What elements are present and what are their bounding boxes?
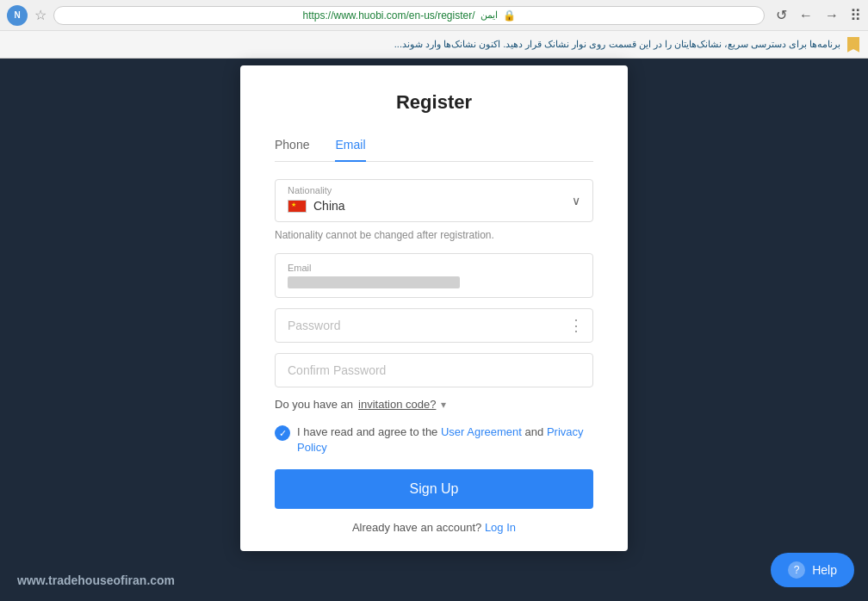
tab-bar: Phone Email (275, 131, 593, 162)
back-button[interactable]: ← (795, 5, 817, 25)
confirm-password-field[interactable] (275, 353, 593, 387)
nationality-dropdown[interactable]: Nationality China ∨ (275, 179, 593, 222)
star-icon[interactable]: ☆ (34, 7, 46, 23)
already-account-text: Already have an account? (352, 521, 481, 534)
password-input[interactable] (288, 319, 580, 332)
url-bar[interactable]: https://www.huobi.com/en-us/register/ ای… (53, 6, 765, 25)
email-label: Email (288, 263, 580, 273)
email-filled-indicator (288, 276, 460, 288)
login-link[interactable]: Log In (485, 521, 516, 534)
help-label: Help (812, 563, 837, 577)
nationality-label: Nationality (288, 185, 332, 195)
help-icon: ? (788, 561, 805, 579)
nationality-value: China (288, 199, 345, 213)
agreement-text-before: I have read and agree to the (297, 425, 437, 438)
url-text: https://www.huobi.com/en-us/register/ (302, 9, 474, 22)
nationality-text: China (313, 199, 345, 213)
china-flag-icon (288, 200, 307, 213)
tab-email[interactable]: Email (335, 131, 365, 162)
help-button[interactable]: ? Help (771, 553, 854, 587)
invitation-chevron-icon: ▾ (441, 399, 446, 411)
email-field[interactable]: Email (275, 253, 593, 298)
register-card: Register Phone Email Nationality China ∨… (240, 65, 628, 551)
page-title: Register (275, 91, 593, 114)
apps-icon[interactable]: ⠿ (850, 6, 861, 25)
password-menu-icon[interactable]: ⋮ (568, 316, 584, 335)
invitation-link[interactable]: invitation code? (358, 398, 436, 411)
invitation-text: Do you have an (275, 398, 353, 411)
website-footer: www.tradehouseofiran.com (17, 573, 175, 587)
secure-label: ایمن (480, 9, 498, 21)
confirm-password-input[interactable] (288, 363, 580, 377)
nationality-note: Nationality cannot be changed after regi… (275, 229, 593, 241)
agreement-checkbox[interactable] (275, 425, 290, 441)
forward-button[interactable]: → (821, 5, 843, 25)
tab-phone[interactable]: Phone (275, 131, 309, 162)
refresh-button[interactable]: ↺ (772, 5, 791, 25)
email-input-inner (288, 276, 580, 288)
invitation-toggle[interactable]: Do you have an invitation code? ▾ (275, 398, 593, 411)
nav-buttons: ↺ ← → (772, 5, 843, 25)
browser-top-bar: N ☆ https://www.huobi.com/en-us/register… (0, 0, 868, 30)
rtl-bar-text: برنامه‌ها برای دسترسی سریع، نشانک‌هایتان… (394, 39, 840, 50)
confirm-password-input-inner (288, 362, 580, 378)
lock-icon: 🔒 (503, 9, 516, 22)
browser-icon: N (7, 5, 28, 26)
already-account-row: Already have an account? Log In (275, 521, 593, 534)
bookmark-icon (847, 37, 859, 53)
bookmark-bar: برنامه‌ها برای دسترسی سریع، نشانک‌هایتان… (0, 30, 868, 58)
agreement-text: I have read and agree to the User Agreem… (297, 424, 593, 455)
signup-button[interactable]: Sign Up (275, 469, 593, 509)
chevron-down-icon: ∨ (572, 194, 580, 208)
agreement-row: I have read and agree to the User Agreem… (275, 424, 593, 455)
page-content: Register Phone Email Nationality China ∨… (0, 59, 868, 601)
password-input-inner (288, 318, 580, 333)
browser-chrome: N ☆ https://www.huobi.com/en-us/register… (0, 0, 868, 59)
password-field[interactable]: ⋮ (275, 308, 593, 343)
user-agreement-link[interactable]: User Agreement (441, 425, 522, 438)
